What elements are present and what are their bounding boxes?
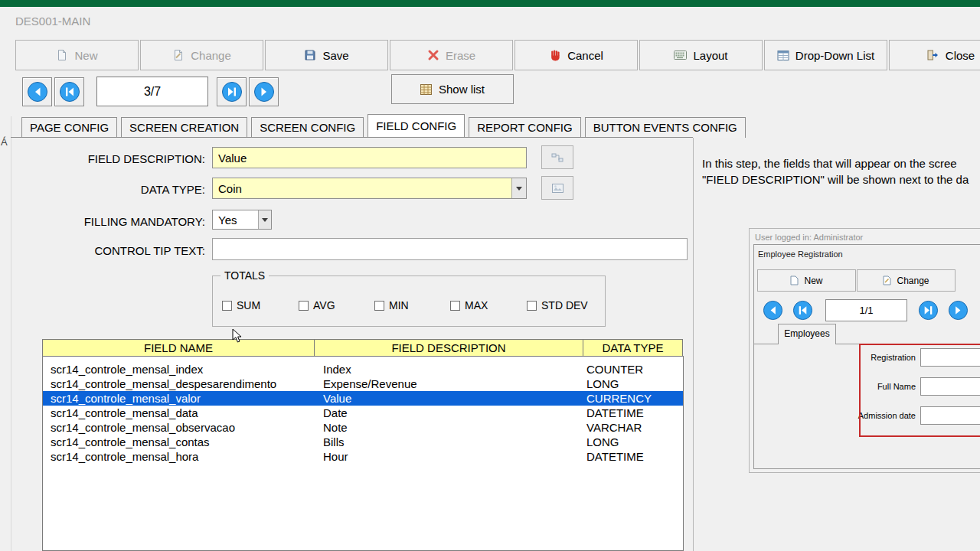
checkbox-icon (299, 301, 309, 311)
last-record-icon (221, 81, 243, 103)
max-checkbox-label: MAX (465, 299, 488, 311)
tab-field-config[interactable]: FIELD CONFIG (368, 114, 465, 138)
stddev-checkbox[interactable]: STD DEV (527, 299, 588, 311)
cell-field-name: scr14_controle_mensal_data (43, 406, 315, 420)
close-button[interactable]: Close (889, 40, 980, 70)
table-row-selected[interactable]: scr14_controle_mensal_valor Value CURREN… (43, 391, 683, 406)
header-field-name[interactable]: FIELD NAME (42, 339, 315, 357)
new-document-icon (790, 276, 799, 285)
next-record-button[interactable] (249, 77, 279, 106)
checkbox-icon (527, 301, 537, 311)
tab-page-config[interactable]: PAGE CONFIG (21, 117, 117, 138)
exit-door-icon (926, 49, 939, 61)
table-row[interactable]: scr14_controle_mensal_observacao Note VA… (43, 420, 683, 435)
cell-field-name: scr14_controle_mensal_despesarendimento (43, 377, 315, 391)
table-row[interactable]: scr14_controle_mensal_data Date DATETIME (43, 406, 683, 420)
cell-field-name: scr14_controle_mensal_valor (43, 391, 315, 406)
tab-report-config[interactable]: REPORT CONFIG (469, 117, 580, 138)
max-checkbox[interactable]: MAX (450, 299, 488, 311)
show-list-button[interactable]: Show list (391, 74, 514, 104)
checkbox-icon (374, 301, 384, 311)
preview-change-button: Change (857, 269, 956, 292)
left-edge-border (11, 116, 11, 551)
first-record-button[interactable] (54, 77, 84, 106)
stop-hand-icon (549, 49, 561, 61)
layout-keyboard-icon (674, 50, 687, 60)
table-row[interactable]: scr14_controle_mensal_despesarendimento … (43, 377, 683, 391)
filling-mandatory-label: FILLING MANDATORY: (31, 215, 205, 228)
checkbox-icon (450, 301, 460, 311)
chevron-down-icon (262, 218, 268, 222)
chevron-down-icon (516, 187, 522, 191)
data-type-combo[interactable]: Coin (212, 178, 527, 199)
close-button-label: Close (946, 49, 975, 62)
stddev-checkbox-label: STD DEV (541, 299, 588, 311)
data-type-dropdown-button[interactable] (511, 178, 526, 198)
preview-window-title: Employee Registration (758, 249, 843, 259)
save-button[interactable]: Save (265, 40, 388, 70)
data-type-label: DATA TYPE: (31, 183, 205, 196)
erase-button[interactable]: Erase (390, 40, 513, 70)
dropdown-list-button[interactable]: Drop-Down List (764, 40, 887, 70)
field-image-button[interactable] (541, 176, 573, 200)
avg-checkbox[interactable]: AVG (299, 299, 335, 311)
preview-record-position: 1/1 (825, 299, 907, 321)
header-data-type[interactable]: DATA TYPE (583, 339, 683, 357)
filling-mandatory-dropdown-button[interactable] (258, 210, 271, 229)
min-checkbox-label: MIN (389, 299, 409, 311)
first-record-icon (59, 81, 80, 103)
record-position-field[interactable]: 3/7 (96, 77, 208, 106)
config-tab-strip: PAGE CONFIG SCREEN CREATION SCREEN CONFI… (21, 114, 750, 138)
min-checkbox[interactable]: MIN (374, 299, 409, 311)
header-field-description[interactable]: FIELD DESCRIPTION (314, 339, 583, 357)
field-description-label: FIELD DESCRIPTION: (31, 152, 205, 165)
preview-previous-record-icon (763, 300, 783, 321)
sum-checkbox[interactable]: SUM (222, 299, 260, 311)
help-line-1: In this step, the fields that will appea… (702, 155, 980, 171)
erase-button-label: Erase (446, 49, 475, 62)
tab-screen-creation[interactable]: SCREEN CREATION (121, 117, 247, 138)
window-top-strip (0, 0, 980, 7)
cell-data-type: COUNTER (585, 362, 677, 377)
tab-screen-config[interactable]: SCREEN CONFIG (251, 117, 364, 138)
layout-button-label: Layout (693, 49, 727, 62)
fields-table-header: FIELD NAME FIELD DESCRIPTION DATA TYPE (42, 339, 683, 357)
help-line-2: "FIELD DESCRIPTION" will be shown next t… (702, 171, 980, 187)
table-row[interactable]: scr14_controle_mensal_hora Hour DATETIME (43, 449, 683, 464)
table-row[interactable]: scr14_controle_mensal_contas Bills LONG (43, 435, 683, 449)
save-icon (304, 49, 316, 61)
layout-button[interactable]: Layout (639, 40, 763, 70)
cell-field-name: scr14_controle_mensal_hora (43, 449, 315, 464)
cell-field-description: Index (315, 362, 585, 377)
data-type-value: Coin (213, 182, 511, 195)
table-row[interactable]: scr14_controle_mensal_index Index COUNTE… (43, 362, 683, 377)
sum-checkbox-label: SUM (237, 299, 260, 311)
preview-highlight-red-box (859, 344, 980, 437)
avg-checkbox-label: AVG (313, 299, 335, 311)
new-button[interactable]: New (15, 40, 139, 70)
control-tip-text-input[interactable] (212, 238, 688, 260)
cancel-button[interactable]: Cancel (514, 40, 638, 70)
previous-record-button[interactable] (22, 77, 52, 106)
last-record-button[interactable] (217, 77, 247, 106)
cell-field-description: Bills (315, 435, 585, 449)
field-description-input[interactable] (212, 147, 527, 168)
previous-record-icon (27, 81, 48, 103)
change-button[interactable]: Change (140, 40, 263, 70)
filling-mandatory-combo[interactable]: Yes (212, 210, 272, 230)
image-icon (552, 184, 564, 193)
control-tip-text-label: CONTROL TIP TEXT: (31, 244, 205, 257)
tab-button-events-config[interactable]: BUTTON EVENTS CONFIG (585, 117, 746, 138)
content-top-border (11, 137, 693, 138)
cell-field-description: Expense/Revenue (315, 377, 585, 391)
field-link-button[interactable] (541, 145, 573, 169)
preview-new-button: New (757, 269, 856, 292)
cell-field-name: scr14_controle_mensal_contas (43, 435, 315, 449)
cell-data-type: DATETIME (585, 449, 677, 464)
cell-field-description: Hour (315, 449, 585, 464)
main-toolbar: New Change Save Erase Cancel Layout Drop… (15, 40, 980, 70)
cell-data-type: LONG (585, 377, 677, 391)
panel-divider (693, 138, 694, 551)
cell-field-name: scr14_controle_mensal_observacao (43, 420, 315, 435)
cell-data-type: CURRENCY (585, 391, 677, 406)
